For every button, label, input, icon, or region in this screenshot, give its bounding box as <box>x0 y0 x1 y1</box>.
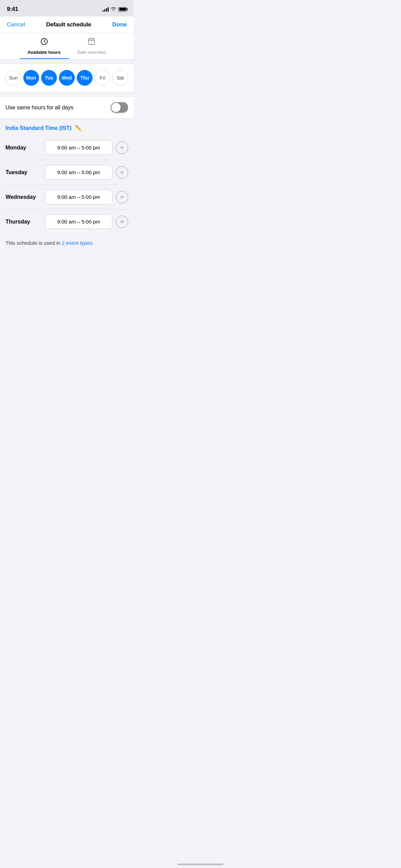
add-time-monday-button[interactable]: + <box>116 142 128 154</box>
schedule-time-monday[interactable]: 9:00 am – 5:00 pm <box>45 140 112 155</box>
schedule-time-thursday[interactable]: 9:00 am – 5:00 pm <box>45 214 112 229</box>
toggle-section: Use same hours for all days <box>0 96 134 119</box>
cancel-button[interactable]: Cancel <box>7 21 25 28</box>
done-button[interactable]: Done <box>112 21 127 28</box>
schedule-row-tuesday: Tuesday 9:00 am – 5:00 pm + <box>5 160 128 185</box>
day-wed[interactable]: Wed <box>59 70 75 86</box>
tabs-container: Available hours ! Date overrides <box>0 33 134 59</box>
battery-icon <box>118 7 127 12</box>
clock-icon <box>40 37 48 48</box>
signal-icon <box>102 7 109 12</box>
footer-link[interactable]: 2 event types. <box>62 240 94 246</box>
tab-available-hours-label: Available hours <box>28 50 61 55</box>
footer-note: This schedule is used in 2 event types. <box>0 234 134 252</box>
nav-bar: Cancel Default schedule Done <box>0 16 134 33</box>
status-icons <box>102 7 127 12</box>
schedule-section: Monday 9:00 am – 5:00 pm + Tuesday 9:00 … <box>0 133 134 234</box>
schedule-day-wednesday: Wednesday <box>5 194 41 200</box>
schedule-time-tuesday[interactable]: 9:00 am – 5:00 pm <box>45 165 112 180</box>
schedule-day-tuesday: Tuesday <box>5 169 41 176</box>
plus-icon-wednesday: + <box>120 194 124 201</box>
plus-icon-tuesday: + <box>120 169 124 176</box>
tab-date-overrides[interactable]: ! Date overrides <box>69 37 114 59</box>
day-sun[interactable]: Sun <box>5 70 21 86</box>
toggle-knob <box>111 103 121 112</box>
plus-icon-monday: + <box>120 144 124 151</box>
add-time-wednesday-button[interactable]: + <box>116 191 128 203</box>
page-title: Default schedule <box>46 21 91 28</box>
same-hours-toggle[interactable] <box>111 102 128 113</box>
svg-text:!: ! <box>91 42 92 44</box>
schedule-day-thursday: Thursday <box>5 219 41 225</box>
days-row: Sun Mon Tue Wed Thu Fri Sat <box>5 70 128 86</box>
schedule-row-wednesday: Wednesday 9:00 am – 5:00 pm + <box>5 185 128 209</box>
tab-date-overrides-label: Date overrides <box>77 50 106 55</box>
add-time-tuesday-button[interactable]: + <box>116 166 128 179</box>
day-sat[interactable]: Sat <box>112 70 128 86</box>
same-hours-label: Use same hours for all days <box>5 105 73 111</box>
day-fri[interactable]: Fri <box>95 70 110 86</box>
schedule-row-thursday: Thursday 9:00 am – 5:00 pm + <box>5 209 128 234</box>
days-section: Sun Mon Tue Wed Thu Fri Sat <box>0 63 134 92</box>
day-tue[interactable]: Tue <box>41 70 57 86</box>
timezone-label: India Standard Time (IST) <box>5 125 72 131</box>
schedule-day-monday: Monday <box>5 145 41 151</box>
footer-prefix: This schedule is used in <box>5 240 62 246</box>
add-time-thursday-button[interactable]: + <box>116 216 128 228</box>
plus-icon-thursday: + <box>120 218 124 225</box>
timezone-section: India Standard Time (IST) ✏️ <box>0 119 134 133</box>
status-time: 9:41 <box>7 6 18 13</box>
status-bar: 9:41 <box>0 0 134 16</box>
calendar-icon: ! <box>87 37 96 48</box>
edit-timezone-icon[interactable]: ✏️ <box>75 125 82 131</box>
schedule-row-monday: Monday 9:00 am – 5:00 pm + <box>5 135 128 160</box>
day-mon[interactable]: Mon <box>23 70 39 86</box>
schedule-time-wednesday[interactable]: 9:00 am – 5:00 pm <box>45 190 112 204</box>
tab-available-hours[interactable]: Available hours <box>20 37 69 59</box>
wifi-icon <box>111 7 116 12</box>
day-thu[interactable]: Thu <box>77 70 93 86</box>
